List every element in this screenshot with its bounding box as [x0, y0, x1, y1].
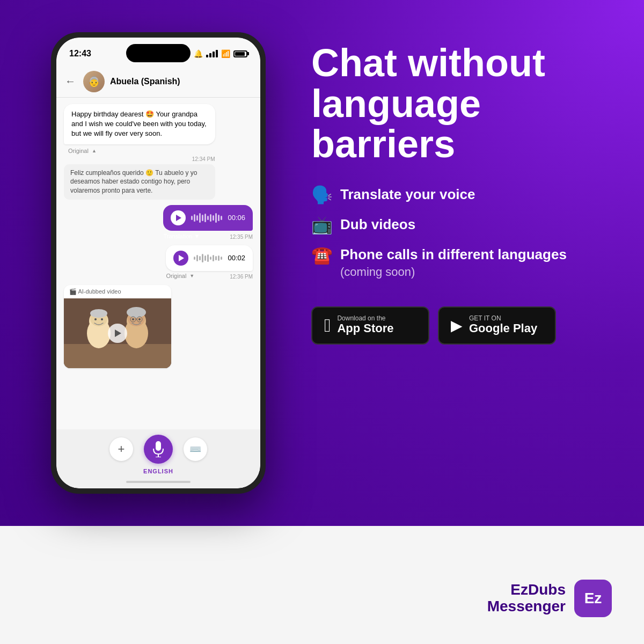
message-outgoing-voice-1: 00:06 Translation ▼ 12:35 PM — [163, 205, 253, 240]
branding: EzDubs Messenger Ez — [487, 580, 612, 617]
home-indicator — [126, 481, 191, 483]
play-button-2[interactable] — [173, 251, 188, 266]
play-button-1[interactable] — [171, 210, 186, 225]
coming-soon-label: (coming soon) — [340, 265, 415, 279]
chat-header: ← 👵 Abuela (Spanish) — [56, 65, 260, 98]
incoming-bubble: Happy birthday dearest 🤩 Your grandpa an… — [64, 104, 215, 144]
outgoing-voice-bubble-2: 00:02 — [166, 245, 253, 271]
app-store-button[interactable]:  Download on the App Store — [311, 306, 429, 345]
svg-point-13 — [138, 318, 141, 320]
phone-emoji: ☎️ — [311, 246, 333, 264]
video-thumbnail — [64, 298, 171, 368]
video-message: 🎬 AI-dubbed video — [64, 285, 171, 368]
svg-point-10 — [94, 318, 97, 320]
incoming-text: Happy birthday dearest 🤩 Your grandpa an… — [71, 110, 207, 137]
chat-messages[interactable]: Happy birthday dearest 🤩 Your grandpa an… — [56, 98, 260, 429]
contact-name: Abuela (Spanish) — [110, 77, 180, 86]
svg-point-11 — [101, 318, 103, 320]
translation-row: Translation ▼ 12:35 PM — [163, 233, 253, 240]
dynamic-island — [126, 44, 191, 62]
svg-point-12 — [132, 318, 134, 320]
feature-text-1: Translate your voice — [340, 186, 475, 203]
video-play-button[interactable] — [108, 324, 127, 343]
wifi-icon: 📶 — [221, 49, 230, 58]
video-play-icon — [115, 330, 121, 337]
google-play-text: GET IT ON Google Play — [469, 315, 537, 335]
audio-duration-1: 00:06 — [228, 214, 245, 222]
message-incoming-1: Happy birthday dearest 🤩 Your grandpa an… — [64, 104, 215, 200]
play-icon-2 — [179, 255, 184, 261]
feature-text-3: Phone calls in different languages (comi… — [340, 246, 612, 280]
feature-text-2: Dub videos — [340, 216, 415, 233]
waveform-2 — [194, 254, 222, 262]
google-play-big-text: Google Play — [469, 321, 537, 335]
voice-emoji: 🗣️ — [311, 186, 333, 203]
outgoing-voice-bubble: 00:06 — [163, 205, 253, 231]
svg-rect-1 — [64, 344, 171, 368]
translation-toggle[interactable]: Original ▲ — [64, 147, 215, 155]
audio-duration-2: 00:02 — [228, 254, 245, 262]
google-play-button[interactable]: ▶ GET IT ON Google Play — [438, 306, 556, 345]
app-store-small-text: Download on the — [337, 315, 393, 321]
svg-rect-17 — [156, 441, 161, 451]
chevron-up-icon: ▲ — [92, 148, 97, 153]
message-outgoing-voice-2: 00:02 Original ▼ 12:36 PM — [166, 245, 253, 280]
svg-point-9 — [127, 307, 146, 318]
feature-item-1: 🗣️ Translate your voice — [311, 186, 612, 203]
plus-icon: + — [118, 442, 125, 456]
language-label: ENGLISH — [143, 468, 173, 474]
video-label: 🎬 AI-dubbed video — [64, 285, 171, 298]
chevron-down-icon-2: ▼ — [189, 273, 194, 279]
google-play-icon: ▶ — [451, 317, 463, 334]
status-icons: 🔔 📶 — [194, 49, 247, 58]
original-label-2: Original — [166, 273, 186, 279]
google-play-small-text: GET IT ON — [469, 315, 537, 321]
status-time: 12:43 — [69, 49, 91, 58]
keyboard-icon: ⌨️ — [189, 443, 201, 455]
headline-line1: Chat without — [311, 41, 545, 84]
message-time-3: 12:36 PM — [230, 274, 253, 280]
message-time-2: 12:35 PM — [230, 234, 253, 240]
mic-button[interactable] — [144, 435, 173, 464]
contact-avatar: 👵 — [83, 71, 105, 92]
translation-badge[interactable]: Translation ▼ — [163, 233, 200, 239]
brand-name-line2: Messenger — [487, 598, 566, 615]
feature-item-3: ☎️ Phone calls in different languages (c… — [311, 246, 612, 280]
tv-emoji: 📺 — [311, 216, 333, 233]
original-row: Original ▼ 12:36 PM — [166, 273, 253, 280]
phone-screen: 12:43 🔔 📶 ← — [56, 38, 260, 488]
bottom-controls: + ⌨️ — [109, 435, 207, 464]
headline-line3: barriers — [311, 122, 455, 165]
store-buttons:  Download on the App Store ▶ GET IT ON … — [311, 306, 612, 345]
feature-item-2: 📺 Dub videos — [311, 216, 612, 233]
headline-line2: language — [311, 82, 481, 125]
main-layout: 12:43 🔔 📶 ← — [0, 0, 644, 644]
battery-icon — [233, 50, 247, 57]
app-store-text: Download on the App Store — [337, 315, 393, 335]
video-label-text: 🎬 AI-dubbed video — [69, 288, 121, 295]
brand-name: EzDubs Messenger — [487, 582, 566, 615]
avatar-image: 👵 — [83, 71, 105, 92]
app-store-big-text: App Store — [337, 321, 393, 335]
message-time-1: 12:34 PM — [64, 156, 215, 162]
brand-name-line1: EzDubs — [487, 582, 566, 598]
play-icon-1 — [176, 215, 181, 221]
back-arrow-icon[interactable]: ← — [65, 75, 76, 87]
video-card[interactable]: 🎬 AI-dubbed video — [64, 285, 171, 368]
waveform-1 — [191, 213, 222, 223]
signal-bars-icon — [206, 50, 218, 57]
original-label: Original — [68, 148, 89, 154]
brand-logo-text: Ez — [584, 590, 602, 607]
features-list: 🗣️ Translate your voice 📺 Dub videos ☎️ … — [311, 186, 612, 280]
headline: Chat without language barriers — [311, 43, 612, 165]
left-section: 12:43 🔔 📶 ← — [0, 0, 290, 644]
chevron-down-icon: ▼ — [194, 233, 200, 239]
chat-bottom-bar: + ⌨️ — [56, 429, 260, 488]
bell-icon: 🔔 — [194, 49, 203, 58]
mic-icon — [152, 441, 164, 457]
translation-text: Feliz cumpleaños querido 🙂 Tu abuelo y y… — [64, 164, 215, 200]
plus-button[interactable]: + — [109, 437, 133, 461]
brand-logo: Ez — [574, 580, 612, 617]
right-section: Chat without language barriers 🗣️ Transl… — [290, 0, 644, 644]
keyboard-button[interactable]: ⌨️ — [184, 437, 207, 461]
